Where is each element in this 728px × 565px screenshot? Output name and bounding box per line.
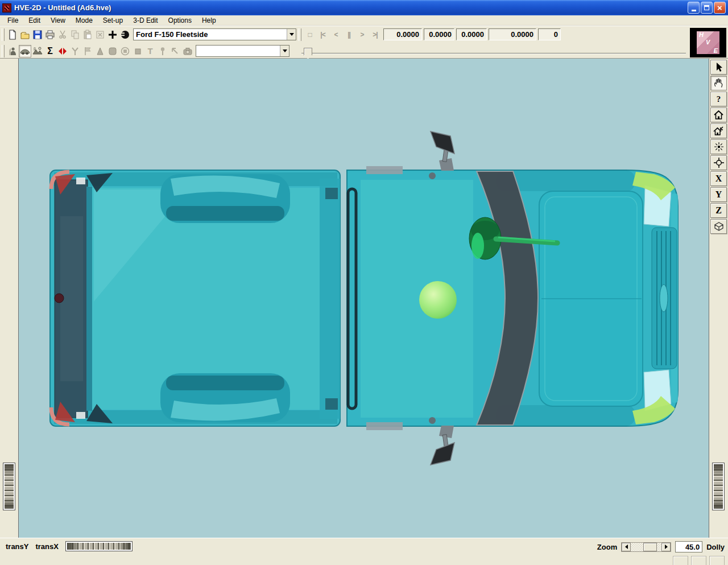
- step-forward-button: >: [355, 28, 369, 41]
- set-home-icon: [713, 126, 724, 137]
- dolly-label[interactable]: Dolly: [706, 543, 725, 551]
- restore-icon: [704, 5, 709, 10]
- menu-help[interactable]: Help: [197, 17, 221, 24]
- zoom-thumb[interactable]: [643, 543, 657, 551]
- red-diamond-icon: [57, 46, 68, 56]
- toolbar-handle: [2, 28, 5, 41]
- axis-z-button[interactable]: Z: [710, 203, 727, 218]
- print-button[interactable]: [44, 28, 56, 41]
- stop-button: □: [303, 28, 316, 41]
- environment-editor-button[interactable]: [31, 45, 44, 57]
- add-object-button[interactable]: [106, 28, 119, 41]
- toolbar-row-1: Ford F-150 Fleetside □ |< < || > >| 0.00…: [0, 26, 728, 43]
- zoom-track[interactable]: [631, 543, 661, 551]
- main-area: ? X Y Z: [0, 59, 728, 538]
- seek-button[interactable]: [710, 155, 727, 170]
- minimize-icon: [692, 10, 696, 11]
- timeline-thumb[interactable]: [304, 48, 312, 59]
- timeline-slider[interactable]: [301, 48, 686, 59]
- crosshair-icon: [713, 157, 725, 168]
- toolbar: Ford F-150 Fleetside □ |< < || > >| 0.00…: [0, 26, 728, 59]
- chevron-down-icon: [289, 33, 294, 36]
- app-icon: [2, 3, 11, 13]
- arrow-right-icon: [665, 545, 668, 549]
- hand-icon: [713, 77, 725, 89]
- save-button[interactable]: [31, 28, 44, 41]
- minimize-button[interactable]: [688, 2, 700, 14]
- zoom-value-field[interactable]: 45.0: [675, 541, 702, 552]
- menu-view[interactable]: View: [46, 17, 71, 24]
- set-home-button[interactable]: [710, 123, 727, 138]
- close-button[interactable]: ×: [714, 2, 726, 14]
- open-file-button[interactable]: [19, 28, 31, 41]
- thumbwheel-stripes: [714, 464, 723, 509]
- cone-tool-button: [94, 45, 106, 57]
- surface-tool-button: [106, 45, 119, 57]
- time-readout-3: 0.0000: [456, 28, 487, 40]
- zoom-right-arrow[interactable]: [661, 543, 671, 551]
- home-view-button[interactable]: [710, 108, 727, 122]
- secondary-combo[interactable]: [196, 45, 289, 57]
- roty-thumbwheel[interactable]: [712, 463, 725, 510]
- paste-button: [81, 28, 94, 41]
- active-vehicle-combo[interactable]: Ford F-150 Fleetside: [133, 28, 296, 40]
- pause-button: ||: [342, 28, 355, 41]
- viewport-3d[interactable]: [19, 59, 709, 538]
- tailgate-handle: [55, 294, 64, 303]
- pan-mode-button[interactable]: [710, 76, 727, 90]
- vehicle-editor-button[interactable]: [19, 45, 31, 57]
- menu-edit[interactable]: Edit: [23, 17, 46, 24]
- combo-dropdown-button[interactable]: [280, 46, 289, 56]
- hve-logo-square: H V E: [697, 31, 719, 54]
- logo-letter-v: V: [706, 39, 710, 46]
- zoom-left-arrow[interactable]: [622, 543, 631, 551]
- close-icon: ×: [717, 3, 722, 12]
- question-icon: ?: [717, 94, 721, 104]
- axis-y-button[interactable]: Y: [710, 187, 727, 202]
- active-vehicle-value: Ford F-150 Fleetside: [134, 30, 287, 39]
- hve-logo: H V E: [690, 28, 726, 57]
- suspension-tool-button: [69, 45, 81, 57]
- tailgate: [55, 180, 92, 418]
- event-editor-button[interactable]: Σ: [44, 45, 56, 57]
- marker-tool-button: [156, 45, 169, 57]
- menu-file[interactable]: File: [2, 17, 23, 24]
- playback-button[interactable]: [56, 45, 69, 57]
- view-all-button[interactable]: [710, 139, 727, 154]
- menu-3d-edit[interactable]: 3-D Edit: [128, 17, 163, 24]
- menu-mode[interactable]: Mode: [71, 17, 98, 24]
- pointer-mode-button[interactable]: [710, 60, 727, 75]
- perspective-button[interactable]: [710, 219, 727, 234]
- perspective-box-icon: [713, 221, 725, 232]
- nw-arrow-icon: [170, 46, 180, 56]
- frame-readout: 0: [538, 28, 561, 40]
- suspension-icon: [70, 46, 80, 56]
- view-all-eye-icon: [713, 141, 725, 152]
- human-editor-button[interactable]: [6, 45, 19, 57]
- trans-thumbwheel[interactable]: [65, 541, 133, 551]
- transx-label[interactable]: transX: [35, 542, 58, 551]
- arrow-left-icon: [625, 545, 628, 549]
- transy-label[interactable]: transY: [6, 542, 28, 551]
- cone-icon: [95, 46, 105, 56]
- surface-icon: [107, 46, 118, 56]
- menu-setup[interactable]: Set-up: [98, 17, 128, 24]
- combo-dropdown-button[interactable]: [287, 29, 296, 40]
- rear-wheel-arch-right: [160, 373, 290, 422]
- menu-options[interactable]: Options: [163, 17, 197, 24]
- window-title: HVE-2D - Untitled (Ad6.hve): [14, 3, 686, 12]
- driver-control-button[interactable]: [119, 28, 131, 41]
- restore-button[interactable]: [701, 2, 713, 14]
- delete-button: [94, 28, 106, 41]
- status-box: [691, 556, 706, 565]
- human-icon: [7, 46, 18, 56]
- right-tool-column: ? X Y Z: [709, 59, 728, 538]
- help-button[interactable]: ?: [710, 92, 727, 106]
- rotx-thumbwheel[interactable]: [3, 463, 15, 510]
- time-readout-2: 0.0000: [424, 28, 454, 40]
- zoom-scrollbar[interactable]: [621, 542, 671, 552]
- zoom-label: Zoom: [597, 543, 617, 551]
- axis-x-button[interactable]: X: [710, 171, 727, 186]
- new-file-button[interactable]: [6, 28, 19, 41]
- to-end-button: >|: [369, 28, 382, 41]
